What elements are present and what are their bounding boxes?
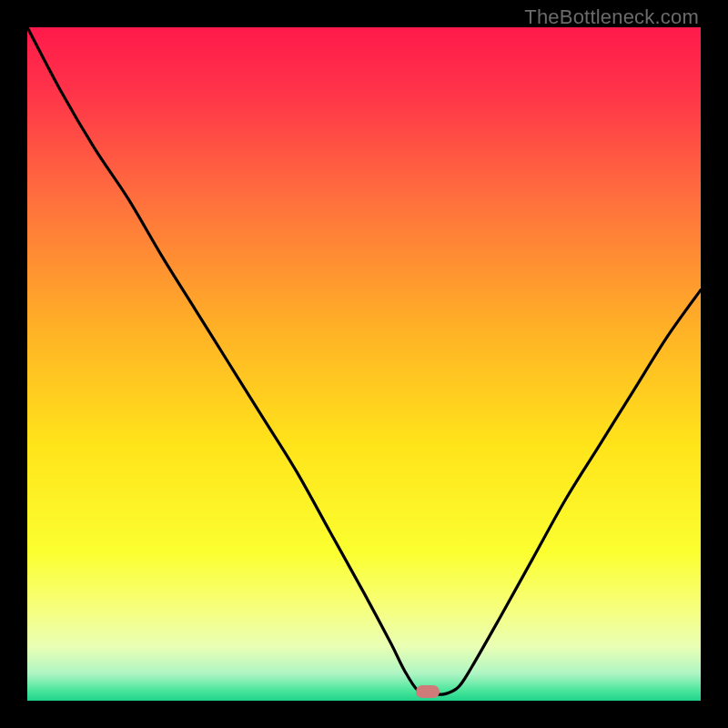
bottleneck-curve <box>27 27 701 701</box>
watermark-label: TheBottleneck.com <box>524 5 699 29</box>
plot-area <box>27 27 701 701</box>
optimal-marker <box>416 685 440 698</box>
chart-frame: TheBottleneck.com <box>0 0 728 728</box>
